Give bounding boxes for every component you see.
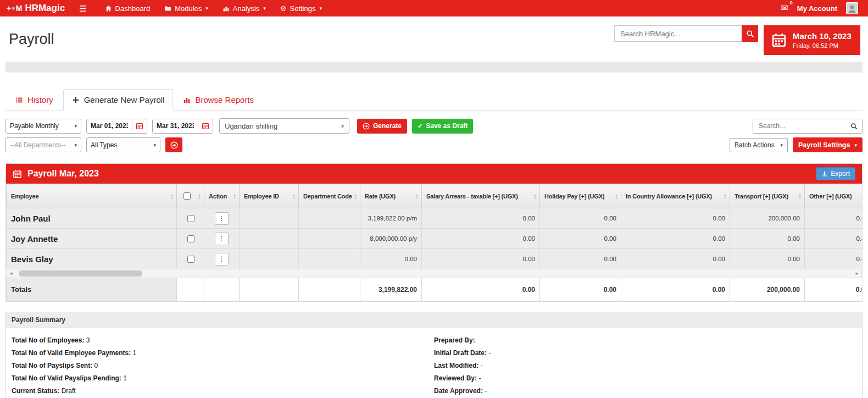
pay-frequency-select[interactable]: Payable Monthly▾ [5, 119, 81, 134]
search-icon[interactable] [850, 123, 858, 130]
summary-label: Total No of Valid Employee Payments: [12, 349, 131, 357]
column-header-department_code[interactable]: Department Code▲▼ [299, 184, 360, 208]
column-header-action[interactable]: Action▲▼ [204, 184, 240, 208]
horizontal-scrollbar[interactable]: ◄ ► [6, 269, 862, 278]
cell-in_country_allowance: 0.00 [621, 249, 730, 269]
nav-item-modules[interactable]: Modules▾ [157, 0, 215, 16]
date-to-input[interactable] [153, 119, 198, 133]
summary-line: Total No of Valid Payslips Pending: 1 [12, 374, 434, 382]
summary-label: Total No of Payslips Sent: [12, 362, 92, 369]
totals-holiday_pay: 0.00 [540, 278, 621, 301]
panel-header: Payroll Mar, 2023 Export [6, 164, 862, 184]
nav-item-analysis[interactable]: Analysis▾ [215, 0, 273, 16]
cell-salary_arrears: 0.00 [422, 249, 540, 269]
row-actions-button[interactable]: ⋮ [215, 253, 229, 266]
column-header-holiday_pay[interactable]: Holiday Pay [+] (UGX)▲▼ [540, 184, 621, 208]
row-actions-button[interactable]: ⋮ [215, 233, 229, 245]
cell-other: 0.00 [805, 229, 863, 249]
summary-line: Reviewed By: - [434, 374, 856, 382]
select-all-checkbox[interactable] [183, 192, 191, 200]
cell-action: ⋮ [204, 208, 240, 229]
messages-button[interactable]: ✉ 0 [781, 4, 788, 13]
column-header-salary_arrears[interactable]: Salary Arrears - taxable [+] (UGX)▲▼ [422, 184, 540, 208]
column-label: Employee [11, 193, 38, 200]
nav-item-settings[interactable]: ⚙Settings▾ [273, 0, 329, 16]
apply-filters-button[interactable] [165, 137, 182, 152]
tab-generate-new-payroll[interactable]: Generate New Payroll [63, 89, 174, 110]
table-viewport: Employee▲▼▲▼Action▲▼Employee ID▲▼Departm… [6, 184, 862, 269]
row-checkbox[interactable] [187, 215, 194, 222]
payroll-settings-button[interactable]: Payroll Settings▾ [793, 137, 863, 152]
summary-value: - [481, 362, 483, 369]
summary-label: Current Status: [12, 387, 59, 395]
save-as-draft-button[interactable]: ✔Save as Draft [412, 119, 473, 134]
nav-item-dashboard[interactable]: Dashboard [98, 0, 158, 16]
scroll-left-arrow-icon[interactable]: ◄ [9, 272, 13, 276]
currency-select[interactable]: Ugandan shilling▾ [219, 118, 349, 134]
payroll-summary-panel: Payroll Summary Total No of Employees: 3… [5, 312, 863, 398]
cell-other: 0.00 [805, 208, 863, 229]
cell-select [177, 208, 204, 229]
date-to-calendar-button[interactable] [198, 119, 213, 133]
employee-name: Joy Annette [11, 234, 58, 244]
tab-history[interactable]: History [7, 89, 62, 110]
row-actions-button[interactable]: ⋮ [215, 212, 229, 225]
sort-icon: ▲▼ [724, 193, 727, 199]
sort-icon: ▲▼ [415, 193, 419, 199]
export-button[interactable]: Export [816, 167, 855, 180]
row-checkbox[interactable] [187, 256, 194, 263]
cell-employee: Joy Annette [7, 229, 177, 249]
tab-browse-reports[interactable]: Browse Reports [174, 89, 263, 110]
cell-in_country_allowance: 0.00 [621, 229, 730, 249]
table-row: John Paul⋮3,199,822.00 p/m0.000.000.0020… [7, 208, 863, 229]
payroll-table: Employee▲▼▲▼Action▲▼Employee ID▲▼Departm… [6, 184, 862, 269]
department-select[interactable]: --All Departments--▾ [5, 137, 81, 152]
column-header-employee_id[interactable]: Employee ID▲▼ [240, 184, 299, 208]
column-header-select[interactable]: ▲▼ [177, 184, 204, 208]
my-account-link[interactable]: My Account [797, 4, 837, 13]
date-from-calendar-button[interactable] [132, 119, 147, 133]
column-label: Rate (UGX) [365, 193, 396, 200]
row-checkbox[interactable] [187, 235, 194, 242]
notification-badge: 0 [790, 0, 793, 5]
summary-value: - [488, 349, 491, 357]
date-from-group [86, 119, 147, 134]
avatar[interactable] [846, 2, 858, 14]
cell-employee: Bevis Glay [7, 249, 177, 269]
brand-logo[interactable]: +♥M HRMagic [7, 3, 65, 14]
arrow-icon [170, 141, 178, 149]
global-search-input[interactable] [614, 25, 742, 42]
filter-row-2: --All Departments--▾ All Types▾ Batch Ac… [5, 137, 863, 152]
summary-label: Reviewed By: [434, 374, 477, 382]
column-label: Holiday Pay [+] (UGX) [544, 193, 604, 200]
column-header-in_country_allowance[interactable]: In Country Allowance [+] (UGX)▲▼ [621, 184, 730, 208]
summary-line: Last Modified: - [434, 362, 856, 369]
date-from-input[interactable] [87, 119, 132, 133]
totals-label: Totals [7, 278, 177, 301]
summary-value: 1 [133, 349, 137, 357]
column-header-employee[interactable]: Employee▲▼ [7, 184, 177, 208]
summary-label: Date Approved: [434, 387, 483, 395]
column-header-rate[interactable]: Rate (UGX)▲▼ [360, 184, 422, 208]
cell-department_code [299, 229, 360, 249]
batch-actions-select[interactable]: Batch Actions▾ [730, 138, 788, 152]
global-search-button[interactable] [742, 25, 758, 42]
current-time: Friday, 06:52 PM [793, 42, 852, 49]
generate-button[interactable]: Generate [357, 119, 407, 134]
column-header-transport[interactable]: Transport [+] (UGX)▲▼ [730, 184, 805, 208]
scroll-right-arrow-icon[interactable]: ► [855, 272, 859, 276]
table-search-input[interactable] [758, 121, 847, 130]
search-icon [746, 30, 754, 38]
hamburger-menu-icon[interactable]: ☰ [79, 4, 86, 13]
cell-rate: 0.00 [360, 249, 422, 269]
cell-holiday_pay: 0.00 [540, 249, 621, 269]
cell-holiday_pay: 0.00 [540, 208, 621, 229]
payroll-table-panel: Payroll Mar, 2023 Export Employee▲▼▲▼Act… [5, 163, 863, 302]
scrollbar-thumb[interactable] [19, 270, 142, 277]
type-select[interactable]: All Types▾ [86, 137, 160, 152]
table-row: Joy Annette⋮8,000,000.00 p/y0.000.000.00… [7, 229, 863, 249]
column-header-other[interactable]: Other [+] (UGX)▲▼ [805, 184, 863, 208]
totals-other: 0.00 [805, 278, 863, 301]
sort-icon: ▲▼ [292, 193, 296, 199]
cell-salary_arrears: 0.00 [422, 208, 540, 229]
